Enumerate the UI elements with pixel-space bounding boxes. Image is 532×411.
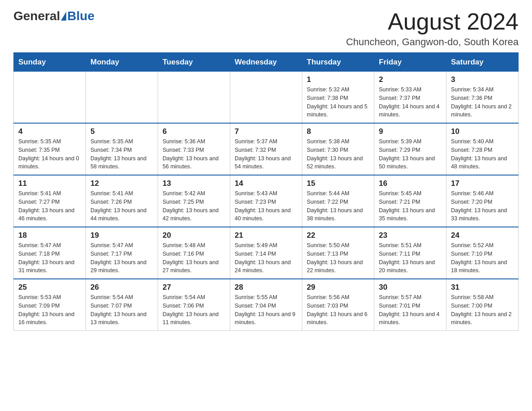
weekday-header-sunday: Sunday — [14, 53, 86, 72]
calendar-cell: 29Sunrise: 5:56 AMSunset: 7:03 PMDayligh… — [302, 279, 374, 331]
day-number: 5 — [90, 127, 153, 136]
day-number: 25 — [18, 283, 81, 292]
day-info: Sunrise: 5:35 AMSunset: 7:34 PMDaylight:… — [90, 137, 153, 171]
day-number: 17 — [451, 179, 514, 188]
day-number: 8 — [307, 127, 369, 136]
weekday-header-tuesday: Tuesday — [158, 53, 230, 72]
weekday-header-wednesday: Wednesday — [230, 53, 302, 72]
calendar-cell: 15Sunrise: 5:44 AMSunset: 7:22 PMDayligh… — [302, 175, 374, 227]
calendar-cell: 17Sunrise: 5:46 AMSunset: 7:20 PMDayligh… — [446, 175, 519, 227]
day-info: Sunrise: 5:52 AMSunset: 7:10 PMDaylight:… — [451, 241, 514, 275]
day-number: 26 — [90, 283, 153, 292]
day-number: 27 — [163, 283, 225, 292]
day-info: Sunrise: 5:43 AMSunset: 7:23 PMDaylight:… — [235, 189, 297, 223]
day-number: 21 — [235, 231, 297, 240]
day-number: 30 — [379, 283, 442, 292]
day-info: Sunrise: 5:58 AMSunset: 7:00 PMDaylight:… — [451, 293, 514, 327]
day-number: 29 — [307, 283, 369, 292]
day-info: Sunrise: 5:41 AMSunset: 7:26 PMDaylight:… — [90, 189, 153, 223]
calendar-cell: 9Sunrise: 5:39 AMSunset: 7:29 PMDaylight… — [374, 123, 446, 175]
calendar-cell: 16Sunrise: 5:45 AMSunset: 7:21 PMDayligh… — [374, 175, 446, 227]
calendar-cell: 8Sunrise: 5:38 AMSunset: 7:30 PMDaylight… — [302, 123, 374, 175]
calendar-cell — [158, 72, 230, 124]
day-info: Sunrise: 5:42 AMSunset: 7:25 PMDaylight:… — [163, 189, 225, 223]
day-info: Sunrise: 5:57 AMSunset: 7:01 PMDaylight:… — [379, 293, 442, 327]
day-info: Sunrise: 5:55 AMSunset: 7:04 PMDaylight:… — [235, 293, 297, 327]
day-info: Sunrise: 5:37 AMSunset: 7:32 PMDaylight:… — [235, 137, 297, 171]
weekday-header-friday: Friday — [374, 53, 446, 72]
weekday-header-row: SundayMondayTuesdayWednesdayThursdayFrid… — [14, 53, 519, 72]
day-info: Sunrise: 5:44 AMSunset: 7:22 PMDaylight:… — [307, 189, 369, 223]
day-info: Sunrise: 5:54 AMSunset: 7:06 PMDaylight:… — [163, 293, 225, 327]
day-number: 18 — [18, 231, 81, 240]
day-number: 22 — [307, 231, 369, 240]
calendar-cell: 26Sunrise: 5:54 AMSunset: 7:07 PMDayligh… — [86, 279, 158, 331]
day-info: Sunrise: 5:56 AMSunset: 7:03 PMDaylight:… — [307, 293, 369, 327]
weekday-header-monday: Monday — [86, 53, 158, 72]
day-info: Sunrise: 5:47 AMSunset: 7:17 PMDaylight:… — [90, 241, 153, 275]
week-row-2: 4Sunrise: 5:35 AMSunset: 7:35 PMDaylight… — [14, 123, 519, 175]
day-info: Sunrise: 5:48 AMSunset: 7:16 PMDaylight:… — [163, 241, 225, 275]
day-number: 20 — [163, 231, 225, 240]
day-number: 7 — [235, 127, 297, 136]
calendar-cell: 19Sunrise: 5:47 AMSunset: 7:17 PMDayligh… — [86, 227, 158, 279]
day-info: Sunrise: 5:45 AMSunset: 7:21 PMDaylight:… — [379, 189, 442, 223]
day-info: Sunrise: 5:50 AMSunset: 7:13 PMDaylight:… — [307, 241, 369, 275]
day-info: Sunrise: 5:41 AMSunset: 7:27 PMDaylight:… — [18, 189, 81, 223]
calendar-cell: 24Sunrise: 5:52 AMSunset: 7:10 PMDayligh… — [446, 227, 519, 279]
week-row-4: 18Sunrise: 5:47 AMSunset: 7:18 PMDayligh… — [14, 227, 519, 279]
day-info: Sunrise: 5:49 AMSunset: 7:14 PMDaylight:… — [235, 241, 297, 275]
calendar-cell: 5Sunrise: 5:35 AMSunset: 7:34 PMDaylight… — [86, 123, 158, 175]
title-area: August 2024 Chuncheon, Gangwon-do, South… — [346, 9, 519, 48]
calendar-cell: 30Sunrise: 5:57 AMSunset: 7:01 PMDayligh… — [374, 279, 446, 331]
calendar-table: SundayMondayTuesdayWednesdayThursdayFrid… — [13, 52, 519, 331]
day-number: 15 — [307, 179, 369, 188]
day-info: Sunrise: 5:47 AMSunset: 7:18 PMDaylight:… — [18, 241, 81, 275]
calendar-cell — [14, 72, 86, 124]
calendar-cell: 11Sunrise: 5:41 AMSunset: 7:27 PMDayligh… — [14, 175, 86, 227]
logo-triangle-icon — [61, 12, 66, 21]
day-number: 13 — [163, 179, 225, 188]
day-number: 4 — [18, 127, 81, 136]
day-info: Sunrise: 5:35 AMSunset: 7:35 PMDaylight:… — [18, 137, 81, 171]
weekday-header-thursday: Thursday — [302, 53, 374, 72]
day-number: 2 — [379, 75, 442, 84]
calendar-cell: 31Sunrise: 5:58 AMSunset: 7:00 PMDayligh… — [446, 279, 519, 331]
day-number: 28 — [235, 283, 297, 292]
logo-general-text: General — [13, 9, 60, 23]
day-number: 12 — [90, 179, 153, 188]
month-year-title: August 2024 — [346, 9, 519, 34]
calendar-cell: 6Sunrise: 5:36 AMSunset: 7:33 PMDaylight… — [158, 123, 230, 175]
day-info: Sunrise: 5:53 AMSunset: 7:09 PMDaylight:… — [18, 293, 81, 327]
day-info: Sunrise: 5:34 AMSunset: 7:36 PMDaylight:… — [451, 86, 514, 119]
day-info: Sunrise: 5:46 AMSunset: 7:20 PMDaylight:… — [451, 189, 514, 223]
day-info: Sunrise: 5:36 AMSunset: 7:33 PMDaylight:… — [163, 137, 225, 171]
weekday-header-saturday: Saturday — [446, 53, 519, 72]
week-row-1: 1Sunrise: 5:32 AMSunset: 7:38 PMDaylight… — [14, 72, 519, 124]
day-info: Sunrise: 5:51 AMSunset: 7:11 PMDaylight:… — [379, 241, 442, 275]
calendar-cell: 7Sunrise: 5:37 AMSunset: 7:32 PMDaylight… — [230, 123, 302, 175]
page-header: General Blue August 2024 Chuncheon, Gang… — [13, 9, 519, 48]
calendar-cell — [230, 72, 302, 124]
calendar-cell: 14Sunrise: 5:43 AMSunset: 7:23 PMDayligh… — [230, 175, 302, 227]
day-number: 6 — [163, 127, 225, 136]
calendar-cell: 22Sunrise: 5:50 AMSunset: 7:13 PMDayligh… — [302, 227, 374, 279]
day-number: 19 — [90, 231, 153, 240]
day-info: Sunrise: 5:54 AMSunset: 7:07 PMDaylight:… — [90, 293, 153, 327]
calendar-cell — [86, 72, 158, 124]
calendar-cell: 18Sunrise: 5:47 AMSunset: 7:18 PMDayligh… — [14, 227, 86, 279]
calendar-cell: 25Sunrise: 5:53 AMSunset: 7:09 PMDayligh… — [14, 279, 86, 331]
calendar-cell: 21Sunrise: 5:49 AMSunset: 7:14 PMDayligh… — [230, 227, 302, 279]
day-info: Sunrise: 5:39 AMSunset: 7:29 PMDaylight:… — [379, 137, 442, 171]
calendar-cell: 13Sunrise: 5:42 AMSunset: 7:25 PMDayligh… — [158, 175, 230, 227]
calendar-cell: 2Sunrise: 5:33 AMSunset: 7:37 PMDaylight… — [374, 72, 446, 124]
calendar-cell: 20Sunrise: 5:48 AMSunset: 7:16 PMDayligh… — [158, 227, 230, 279]
day-number: 10 — [451, 127, 514, 136]
day-number: 24 — [451, 231, 514, 240]
calendar-cell: 10Sunrise: 5:40 AMSunset: 7:28 PMDayligh… — [446, 123, 519, 175]
location-subtitle: Chuncheon, Gangwon-do, South Korea — [346, 36, 519, 48]
calendar-cell: 27Sunrise: 5:54 AMSunset: 7:06 PMDayligh… — [158, 279, 230, 331]
calendar-cell: 28Sunrise: 5:55 AMSunset: 7:04 PMDayligh… — [230, 279, 302, 331]
calendar-cell: 3Sunrise: 5:34 AMSunset: 7:36 PMDaylight… — [446, 72, 519, 124]
calendar-cell: 23Sunrise: 5:51 AMSunset: 7:11 PMDayligh… — [374, 227, 446, 279]
